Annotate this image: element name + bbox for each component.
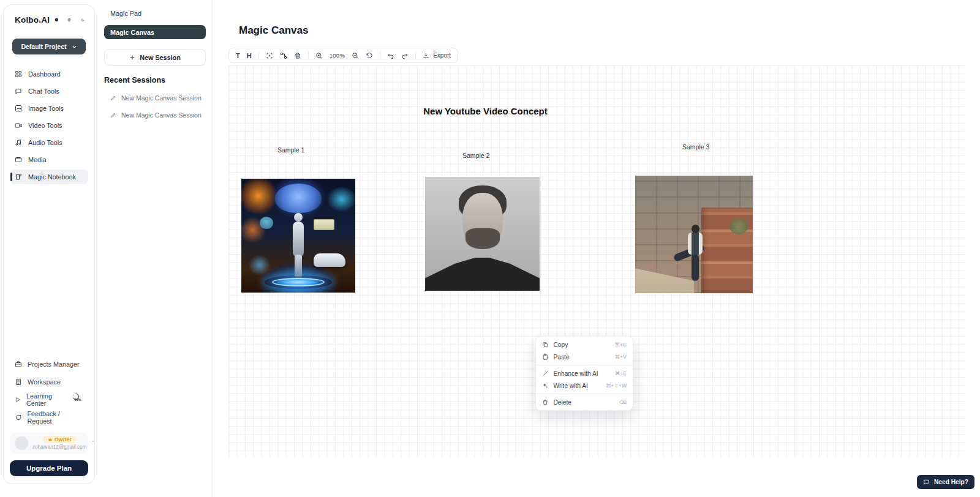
canvas-heading-text[interactable]: New Youtube Video Concept	[423, 106, 548, 116]
context-menu-paste[interactable]: Paste ⌘+V	[536, 351, 633, 363]
sidebar-item-label: Media	[28, 156, 46, 163]
shortcut-hint: ⌫	[619, 399, 627, 405]
sidebar-item-image-tools[interactable]: Image Tools	[10, 101, 88, 116]
sidebar-item-label: Video Tools	[28, 122, 62, 129]
pencil-icon	[110, 112, 116, 118]
delete-tool-button[interactable]	[294, 52, 301, 59]
trash-icon	[542, 399, 549, 406]
ai-select-tool-button[interactable]	[266, 52, 273, 59]
user-email: zoharvan12@gmail.com	[32, 444, 86, 450]
upgrade-plan-button[interactable]: Upgrade Plan	[10, 460, 88, 476]
sample-2-image-portrait[interactable]	[425, 177, 540, 291]
enhance-wand-icon	[542, 370, 549, 377]
sidebar-item-audio-tools[interactable]: Audio Tools	[10, 135, 88, 150]
flow-connector-icon	[280, 52, 287, 59]
sample-3-image-man-on-ruins[interactable]	[635, 176, 753, 293]
context-menu-item-label: Write with AI	[554, 383, 601, 389]
chat-bubble-icon	[15, 88, 22, 95]
art-figure-torso	[688, 233, 703, 255]
learning-progress-value: 66%	[72, 393, 83, 406]
sidebar-item-label: Workspace	[28, 378, 61, 386]
tab-magic-canvas-label: Magic Canvas	[110, 29, 154, 36]
dark-mode-moon-icon[interactable]	[81, 16, 85, 24]
undo-button[interactable]	[387, 52, 394, 59]
project-selector[interactable]: Default Project	[12, 39, 86, 54]
music-note-icon	[15, 139, 22, 146]
sidebar: Kolbo.AI Default Project Dashboard	[3, 4, 95, 484]
zoom-in-icon	[315, 52, 323, 59]
reset-view-button[interactable]	[366, 52, 373, 59]
sample-1-label[interactable]: Sample 1	[277, 146, 304, 154]
dashboard-icon	[15, 70, 22, 78]
art-heart	[260, 217, 273, 229]
sample-3-label[interactable]: Sample 3	[682, 143, 709, 151]
sidebar-item-media[interactable]: Media	[10, 152, 88, 167]
context-menu-item-label: Paste	[554, 354, 610, 361]
need-help-button[interactable]: Need Help?	[917, 475, 974, 489]
toolbar-divider	[380, 51, 380, 59]
language-globe-icon[interactable]	[67, 16, 71, 24]
tab-magic-pad[interactable]: Magic Pad	[104, 9, 206, 17]
sidebar-item-dashboard[interactable]: Dashboard	[10, 67, 88, 81]
shortcut-hint: ⌘+C	[614, 342, 627, 348]
art-platform-ring	[272, 278, 325, 286]
sidebar-nav: Dashboard Chat Tools Image Tools Video T…	[10, 67, 88, 184]
zoom-level-value[interactable]: 100%	[330, 52, 345, 59]
canvas-toolbar: T H 100% Export	[228, 48, 458, 63]
new-session-button[interactable]: New Session	[104, 49, 206, 65]
sidebar-item-video-tools[interactable]: Video Tools	[10, 118, 88, 133]
user-account-card[interactable]: Owner zoharvan12@gmail.com ⌃	[10, 432, 88, 454]
recent-sessions-heading: Recent Sessions	[104, 76, 206, 84]
art-car	[314, 253, 345, 267]
redo-button[interactable]	[401, 52, 409, 59]
paste-clipboard-icon	[542, 354, 549, 361]
sidebar-item-feedback[interactable]: Feedback / Request	[10, 411, 88, 424]
context-menu-divider	[536, 394, 633, 394]
session-list-item[interactable]: New Magic Canvas Session	[104, 94, 206, 102]
sidebar-item-learning-center[interactable]: Learning Center 66%	[10, 394, 88, 406]
sidebar-item-chat-tools[interactable]: Chat Tools	[10, 84, 88, 99]
session-list-item[interactable]: New Magic Canvas Session	[104, 111, 206, 119]
sample-2-label[interactable]: Sample 2	[462, 152, 489, 159]
context-menu-copy[interactable]: Copy ⌘+C	[536, 338, 633, 351]
context-menu-item-label: Copy	[554, 342, 610, 348]
art-figure-leg	[692, 254, 699, 281]
zoom-in-button[interactable]	[315, 52, 323, 59]
tab-magic-pad-label: Magic Pad	[110, 10, 141, 17]
download-icon	[423, 52, 429, 59]
reset-rotate-icon	[366, 52, 373, 59]
brand: Kolbo.AI	[10, 15, 88, 25]
help-chat-icon	[923, 479, 930, 485]
need-help-label: Need Help?	[934, 479, 968, 485]
sparkles-icon	[542, 383, 549, 389]
zoom-out-button[interactable]	[352, 52, 359, 59]
sidebar-item-workspace[interactable]: Workspace	[10, 376, 88, 388]
heading-tool-button[interactable]: H	[247, 52, 252, 59]
sessions-panel: Magic Pad Magic Canvas New Session Recen…	[96, 0, 213, 497]
context-menu-delete[interactable]: Delete ⌫	[536, 396, 633, 408]
tab-magic-canvas[interactable]: Magic Canvas	[104, 25, 206, 39]
context-menu-enhance-with-ai[interactable]: Enhance with AI ⌘+E	[536, 367, 633, 379]
connector-tool-button[interactable]	[280, 52, 287, 59]
brain-logo-icon	[54, 15, 59, 25]
text-tool-button[interactable]: T	[236, 52, 240, 59]
context-menu: Copy ⌘+C Paste ⌘+V Enhance with AI ⌘+E W…	[535, 336, 633, 411]
user-meta: Owner zoharvan12@gmail.com	[32, 436, 86, 450]
active-indicator	[10, 173, 12, 181]
session-item-label: New Magic Canvas Session	[121, 111, 202, 119]
sample-1-image-ai-collage[interactable]	[241, 179, 355, 293]
sidebar-item-label: Image Tools	[28, 105, 64, 112]
context-menu-write-with-ai[interactable]: Write with AI ⌘+⇧+W	[536, 379, 633, 392]
notebook-pencil-icon	[15, 173, 22, 181]
spacer	[10, 184, 88, 358]
shortcut-hint: ⌘+⇧+W	[606, 383, 627, 389]
toolbar-divider	[415, 51, 416, 59]
art-beard	[466, 228, 500, 249]
export-button[interactable]: Export	[423, 52, 451, 59]
briefcase-icon	[15, 361, 22, 368]
sidebar-item-label: Chat Tools	[28, 88, 59, 95]
sidebar-item-projects-manager[interactable]: Projects Manager	[10, 358, 88, 370]
play-icon	[15, 396, 21, 403]
sidebar-item-magic-notebook[interactable]: Magic Notebook	[10, 170, 88, 184]
shortcut-hint: ⌘+E	[615, 370, 627, 376]
